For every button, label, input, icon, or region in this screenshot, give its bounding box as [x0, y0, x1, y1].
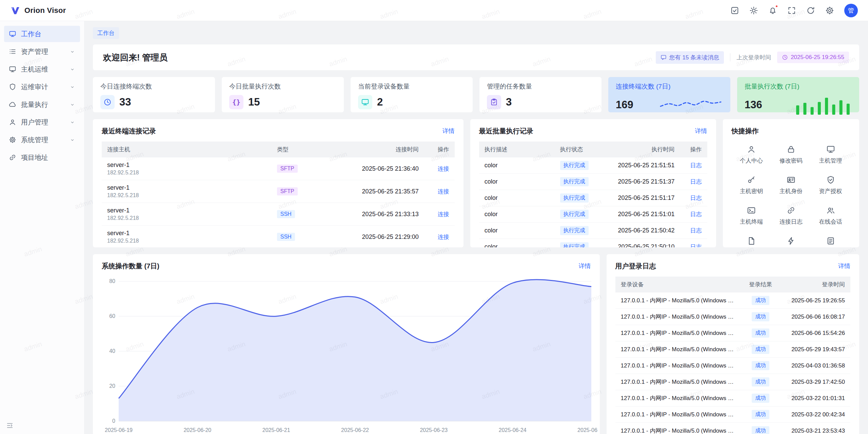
host-ip: 182.92.5.218	[107, 192, 266, 199]
svg-text:20: 20	[109, 383, 115, 389]
login-time: 2025-06-06 16:08:17	[781, 309, 850, 325]
theme-icon[interactable]	[730, 6, 739, 15]
connect-link[interactable]: 连接	[438, 234, 449, 240]
detail-link[interactable]: 详情	[442, 127, 455, 135]
welcome-title: 欢迎回来! 管理员	[103, 52, 167, 63]
sidebar-collapse-button[interactable]	[6, 422, 14, 429]
quick-op-online-sessions[interactable]: 在线会话	[811, 206, 850, 226]
exec-time: 2025-06-25 21:51:01	[599, 206, 680, 223]
stat-card-terminal-today: 今日连接终端次数 33	[93, 77, 215, 112]
quick-op-command-execution[interactable]: 命令执行	[771, 237, 811, 247]
log-link[interactable]: 日志	[690, 162, 702, 169]
avatar[interactable]: 管	[844, 4, 858, 17]
quick-op-file-operation-logs[interactable]: 文件操作日志	[732, 237, 771, 247]
sidebar-item-user-management[interactable]: 用户管理	[4, 114, 80, 130]
exec-desc: color	[479, 223, 555, 239]
stat-label: 今日批量执行次数	[229, 82, 336, 91]
key-icon	[747, 175, 756, 184]
log-link[interactable]: 日志	[690, 195, 702, 201]
log-link[interactable]: 日志	[690, 211, 702, 218]
sidebar-item-label: 资产管理	[21, 47, 65, 56]
quick-op-host-identity[interactable]: 主机身份	[771, 175, 811, 195]
log-link[interactable]: 日志	[690, 244, 702, 247]
connect-link[interactable]: 连接	[438, 188, 449, 195]
sidebar-item-batch-exec[interactable]: 批量执行	[4, 96, 80, 113]
sidebar-item-label: 用户管理	[21, 118, 65, 127]
light-mode-icon[interactable]	[749, 6, 758, 15]
svg-text:2025-06-19: 2025-06-19	[105, 427, 133, 433]
panel-title: 系统操作数量 (7日)	[102, 262, 159, 271]
breadcrumb[interactable]: 工作台	[93, 27, 119, 39]
stat-card-login-devices: 当前登录设备数量 2	[351, 77, 473, 112]
sidebar-item-host-ops[interactable]: 主机运维	[4, 61, 80, 77]
svg-text:80: 80	[109, 278, 115, 284]
host-ip: 182.92.5.218	[107, 170, 266, 176]
quick-op-execution-logs[interactable]: 执行日志	[811, 237, 850, 247]
chevron-down-icon	[70, 102, 75, 108]
connect-link[interactable]: 连接	[438, 166, 449, 172]
stat-value: 2	[377, 96, 383, 108]
users-icon	[826, 206, 835, 215]
monitor-icon	[361, 98, 369, 106]
status-badge: 成功	[752, 312, 769, 321]
unread-messages-chip[interactable]: 您有 15 条未读消息	[656, 51, 724, 64]
sidebar-item-audit[interactable]: 运维审计	[4, 79, 80, 95]
log-link[interactable]: 日志	[690, 178, 702, 185]
column-header: 类型	[272, 141, 316, 157]
sidebar-item-project-site[interactable]: 项目地址	[4, 149, 80, 166]
exec-desc: color	[479, 157, 555, 174]
exec-time: 2025-06-25 21:51:51	[599, 157, 680, 174]
sidebar-item-workbench[interactable]: 工作台	[4, 26, 80, 42]
quick-op-host-keys[interactable]: 主机密钥	[732, 175, 771, 195]
status-badge: 执行完成	[560, 177, 589, 186]
sidebar-item-label: 系统管理	[21, 135, 65, 145]
login-time: 2025-03-22 01:01:31	[781, 390, 850, 407]
message-icon	[660, 54, 667, 60]
stat-label: 批量执行次数 (7日)	[745, 82, 852, 91]
chevron-down-icon	[70, 137, 75, 143]
refresh-icon[interactable]	[806, 6, 815, 15]
status-badge: 成功	[752, 377, 769, 386]
table-row: 127.0.0.1 - 内网IP - Mozilla/5.0 (Windows …	[615, 374, 851, 390]
sidebar: 工作台 资产管理 主机运维 运维审计 批量执行 用户管理 系统管理 项目地址	[0, 21, 84, 434]
app-logo: Orion Visor	[10, 5, 66, 16]
svg-text:2025-06-23: 2025-06-23	[420, 427, 448, 433]
quick-op-asset-authorization[interactable]: 资产授权	[811, 175, 850, 195]
settings-icon[interactable]	[825, 6, 834, 15]
stat-card-managed-tasks: 管理的任务数量 3	[479, 77, 601, 112]
table-row: color 执行完成 2025-06-25 21:51:51 日志	[479, 157, 707, 174]
exec-time: 2025-06-25 21:51:37	[599, 174, 680, 190]
panel-title: 最近批量执行记录	[479, 127, 533, 136]
sidebar-item-label: 批量执行	[21, 100, 65, 109]
login-device: 127.0.0.1 - 内网IP - Mozilla/5.0 (Windows …	[615, 423, 741, 434]
sidebar-item-assets[interactable]: 资产管理	[4, 43, 80, 60]
detail-link[interactable]: 详情	[838, 262, 850, 270]
quick-op-host-management[interactable]: 主机管理	[811, 145, 850, 165]
detail-link[interactable]: 详情	[695, 127, 707, 135]
login-time: 2025-06-25 19:26:55	[781, 293, 850, 309]
table-row: 127.0.0.1 - 内网IP - Mozilla/5.0 (Windows …	[615, 309, 851, 325]
login-logs-table: 登录设备 登录结果 登录时间 127.0.0.1 - 内网IP - Mozill…	[615, 277, 851, 434]
connect-link[interactable]: 连接	[438, 211, 449, 218]
table-row: color 执行完成 2025-06-25 21:51:01 日志	[479, 206, 707, 223]
log-link[interactable]: 日志	[690, 227, 702, 234]
stat-label: 连接终端次数 (7日)	[616, 82, 723, 91]
stat-value: 169	[616, 99, 633, 111]
notifications-icon[interactable]	[768, 6, 777, 15]
quick-op-change-password[interactable]: 修改密码	[771, 145, 811, 165]
status-badge: 执行完成	[560, 161, 589, 170]
detail-link[interactable]: 详情	[579, 262, 591, 270]
column-header: 操作	[424, 141, 455, 157]
sidebar-item-system-management[interactable]: 系统管理	[4, 132, 80, 148]
quick-op-connection-logs[interactable]: 连接日志	[771, 206, 811, 226]
table-row: color 执行完成 2025-06-25 21:50:10 日志	[479, 239, 707, 248]
quick-op-host-terminal[interactable]: 主机终端	[732, 206, 771, 226]
quick-op-personal-center[interactable]: 个人中心	[732, 145, 771, 165]
file-icon	[747, 237, 756, 245]
login-device: 127.0.0.1 - 内网IP - Mozilla/5.0 (Windows …	[615, 374, 741, 390]
fullscreen-icon[interactable]	[787, 6, 796, 15]
user-icon	[9, 118, 16, 126]
app-title: Orion Visor	[24, 6, 66, 15]
shield-check-icon	[826, 175, 835, 184]
panel-title: 用户登录日志	[615, 262, 656, 271]
